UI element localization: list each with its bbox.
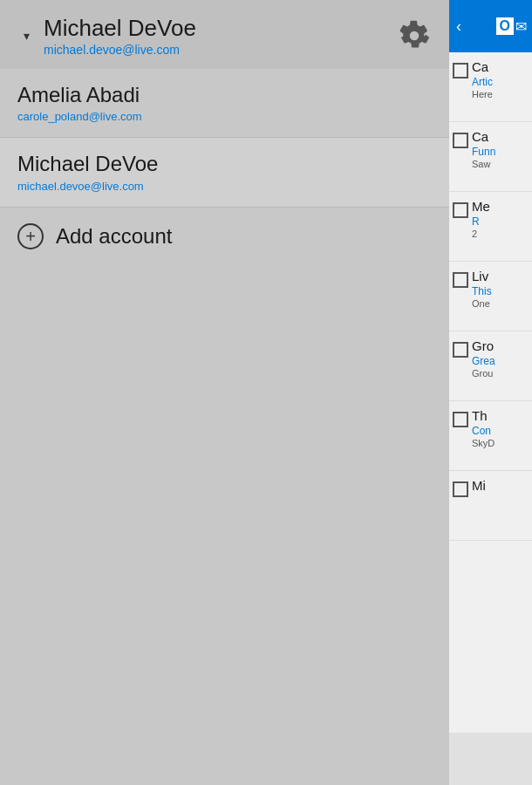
email-preview-3: One	[472, 298, 529, 309]
account-name-michael: Michael DeVoe	[17, 152, 432, 177]
email-content-5: Th Con SkyD	[472, 408, 529, 448]
email-checkbox-0[interactable]	[453, 63, 468, 78]
back-arrow-icon[interactable]: ‹	[453, 14, 465, 39]
email-item-4[interactable]: Gro Grea Grou	[449, 331, 532, 401]
header-account-details: Michael DeVoe michael.devoe@live.com	[44, 16, 196, 57]
email-sender-5: Th	[472, 408, 529, 423]
email-sender-6: Mi	[472, 478, 529, 493]
email-item-3[interactable]: Liv This One	[449, 262, 532, 331]
email-list: Ca Artic Here Ca Funn Saw Me R 2	[449, 52, 532, 733]
email-sender-2: Me	[472, 199, 529, 214]
email-preview-4: Grou	[472, 368, 529, 379]
bottom-strip	[449, 733, 532, 785]
email-checkbox-3[interactable]	[453, 272, 468, 288]
email-subject-3: This	[472, 285, 529, 297]
chevron-down-icon[interactable]: ▾	[17, 27, 35, 44]
email-sender-1: Ca	[472, 129, 529, 144]
email-checkbox-4[interactable]	[453, 342, 468, 358]
email-checkbox-1[interactable]	[453, 133, 468, 148]
email-subject-5: Con	[472, 425, 529, 437]
email-checkbox-6[interactable]	[453, 481, 468, 497]
email-content-1: Ca Funn Saw	[472, 129, 529, 169]
add-account-label: Add account	[56, 224, 172, 249]
email-content-0: Ca Artic Here	[472, 59, 529, 99]
current-account-header: ▾ Michael DeVoe michael.devoe@live.com	[0, 0, 449, 69]
email-sender-0: Ca	[472, 59, 529, 74]
email-preview-1: Saw	[472, 159, 529, 169]
email-subject-1: Funn	[472, 146, 529, 158]
email-content-6: Mi	[472, 478, 529, 493]
outlook-icon: O ✉	[496, 17, 527, 35]
header-account-email: michael.devoe@live.com	[44, 43, 196, 57]
email-checkbox-2[interactable]	[453, 202, 468, 218]
account-item-amelia[interactable]: Amelia Abadi carole_poland@live.com	[0, 69, 449, 139]
outlook-o-logo: O	[496, 17, 514, 35]
email-content-4: Gro Grea Grou	[472, 338, 529, 379]
header-account-name: Michael DeVoe	[44, 16, 196, 41]
email-sender-4: Gro	[472, 338, 529, 353]
email-item-0[interactable]: Ca Artic Here	[449, 52, 532, 122]
email-list-panel: ‹ O ✉ Ca Artic Here Ca Funn Saw	[449, 0, 532, 785]
email-item-6[interactable]: Mi	[449, 471, 532, 541]
email-sender-3: Liv	[472, 269, 529, 283]
account-item-michael[interactable]: Michael DeVoe michael.devoe@live.com	[0, 138, 449, 208]
email-preview-0: Here	[472, 89, 529, 99]
email-item-2[interactable]: Me R 2	[449, 192, 532, 262]
plus-circle-icon: +	[17, 223, 44, 249]
account-email-michael: michael.devoe@live.com	[17, 180, 432, 193]
add-account-button[interactable]: + Add account	[0, 208, 449, 265]
account-name-amelia: Amelia Abadi	[17, 83, 432, 108]
account-switcher-panel: ▾ Michael DeVoe michael.devoe@live.com A…	[0, 0, 449, 785]
email-content-2: Me R 2	[472, 199, 529, 239]
outlook-app-header: ‹ O ✉	[449, 0, 532, 52]
outlook-envelope-icon: ✉	[515, 18, 527, 35]
email-subject-2: R	[472, 215, 529, 228]
email-subject-4: Grea	[472, 355, 529, 367]
email-item-5[interactable]: Th Con SkyD	[449, 401, 532, 471]
header-account-info: ▾ Michael DeVoe michael.devoe@live.com	[17, 16, 196, 57]
email-content-3: Liv This One	[472, 269, 529, 309]
email-preview-2: 2	[472, 229, 529, 239]
email-checkbox-5[interactable]	[453, 412, 468, 427]
settings-button[interactable]	[397, 18, 432, 53]
account-email-amelia: carole_poland@live.com	[17, 110, 432, 123]
email-subject-0: Artic	[472, 76, 529, 88]
email-item-1[interactable]: Ca Funn Saw	[449, 122, 532, 192]
email-preview-5: SkyD	[472, 438, 529, 448]
